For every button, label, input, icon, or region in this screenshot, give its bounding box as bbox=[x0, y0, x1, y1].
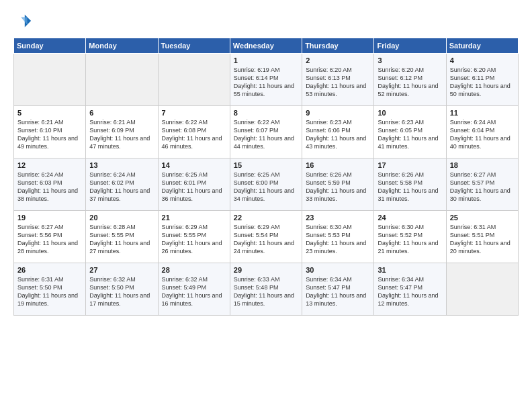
col-saturday: Saturday bbox=[446, 38, 518, 54]
cell-info: Sunrise: 6:20 AMSunset: 6:11 PMDaylight:… bbox=[450, 66, 511, 97]
day-number: 22 bbox=[234, 214, 298, 222]
day-number: 11 bbox=[450, 109, 515, 117]
day-number: 4 bbox=[450, 56, 515, 64]
cell-info: Sunrise: 6:21 AMSunset: 6:10 PMDaylight:… bbox=[17, 119, 78, 150]
col-sunday: Sunday bbox=[14, 38, 86, 54]
calendar-cell: 20Sunrise: 6:28 AMSunset: 5:55 PMDayligh… bbox=[86, 211, 158, 263]
calendar-week-row: 12Sunrise: 6:24 AMSunset: 6:03 PMDayligh… bbox=[14, 158, 519, 211]
calendar-week-row: 1Sunrise: 6:19 AMSunset: 6:14 PMDaylight… bbox=[14, 54, 519, 106]
cell-info: Sunrise: 6:23 AMSunset: 6:05 PMDaylight:… bbox=[378, 119, 438, 150]
cell-info: Sunrise: 6:30 AMSunset: 5:52 PMDaylight:… bbox=[378, 224, 438, 255]
cell-info: Sunrise: 6:22 AMSunset: 6:07 PMDaylight:… bbox=[234, 119, 294, 150]
cell-info: Sunrise: 6:26 AMSunset: 5:58 PMDaylight:… bbox=[378, 171, 438, 202]
day-number: 1 bbox=[234, 56, 298, 64]
calendar-cell: 5Sunrise: 6:21 AMSunset: 6:10 PMDaylight… bbox=[14, 106, 86, 158]
logo bbox=[13, 12, 35, 31]
cell-info: Sunrise: 6:28 AMSunset: 5:55 PMDaylight:… bbox=[89, 224, 150, 255]
calendar-cell: 31Sunrise: 6:34 AMSunset: 5:47 PMDayligh… bbox=[374, 263, 446, 316]
cell-info: Sunrise: 6:22 AMSunset: 6:08 PMDaylight:… bbox=[162, 119, 222, 150]
header-row: Sunday Monday Tuesday Wednesday Thursday… bbox=[14, 38, 519, 54]
calendar-cell: 26Sunrise: 6:31 AMSunset: 5:50 PMDayligh… bbox=[14, 263, 86, 316]
day-number: 27 bbox=[89, 266, 154, 274]
day-number: 12 bbox=[17, 161, 82, 169]
day-number: 18 bbox=[450, 161, 515, 169]
day-number: 3 bbox=[378, 56, 442, 64]
day-number: 13 bbox=[89, 161, 154, 169]
calendar-cell: 29Sunrise: 6:33 AMSunset: 5:48 PMDayligh… bbox=[230, 263, 302, 316]
cell-info: Sunrise: 6:29 AMSunset: 5:55 PMDaylight:… bbox=[162, 224, 222, 255]
calendar-cell: 17Sunrise: 6:26 AMSunset: 5:58 PMDayligh… bbox=[374, 158, 446, 211]
day-number: 10 bbox=[378, 109, 442, 117]
col-monday: Monday bbox=[86, 38, 158, 54]
day-number: 14 bbox=[162, 161, 226, 169]
day-number: 16 bbox=[306, 161, 370, 169]
calendar-body: 1Sunrise: 6:19 AMSunset: 6:14 PMDaylight… bbox=[14, 54, 519, 316]
col-wednesday: Wednesday bbox=[230, 38, 302, 54]
col-tuesday: Tuesday bbox=[158, 38, 230, 54]
calendar-cell: 8Sunrise: 6:22 AMSunset: 6:07 PMDaylight… bbox=[230, 106, 302, 158]
day-number: 23 bbox=[306, 214, 370, 222]
day-number: 24 bbox=[378, 214, 442, 222]
cell-info: Sunrise: 6:30 AMSunset: 5:53 PMDaylight:… bbox=[306, 224, 366, 255]
calendar-cell: 11Sunrise: 6:24 AMSunset: 6:04 PMDayligh… bbox=[446, 106, 518, 158]
calendar-cell: 6Sunrise: 6:21 AMSunset: 6:09 PMDaylight… bbox=[86, 106, 158, 158]
day-number: 21 bbox=[162, 214, 226, 222]
col-thursday: Thursday bbox=[302, 38, 374, 54]
calendar-cell: 3Sunrise: 6:20 AMSunset: 6:12 PMDaylight… bbox=[374, 54, 446, 106]
calendar-header: Sunday Monday Tuesday Wednesday Thursday… bbox=[14, 38, 519, 54]
cell-info: Sunrise: 6:33 AMSunset: 5:48 PMDaylight:… bbox=[234, 276, 294, 307]
cell-info: Sunrise: 6:31 AMSunset: 5:51 PMDaylight:… bbox=[450, 224, 511, 255]
cell-info: Sunrise: 6:29 AMSunset: 5:54 PMDaylight:… bbox=[234, 224, 294, 255]
day-number: 15 bbox=[234, 161, 298, 169]
cell-info: Sunrise: 6:26 AMSunset: 5:59 PMDaylight:… bbox=[306, 171, 366, 202]
day-number: 26 bbox=[17, 266, 82, 274]
svg-marker-1 bbox=[21, 17, 27, 24]
calendar-cell: 9Sunrise: 6:23 AMSunset: 6:06 PMDaylight… bbox=[302, 106, 374, 158]
cell-info: Sunrise: 6:32 AMSunset: 5:50 PMDaylight:… bbox=[89, 276, 150, 307]
calendar-cell: 15Sunrise: 6:25 AMSunset: 6:00 PMDayligh… bbox=[230, 158, 302, 211]
calendar-cell bbox=[14, 54, 86, 106]
day-number: 8 bbox=[234, 109, 298, 117]
day-number: 29 bbox=[234, 266, 298, 274]
cell-info: Sunrise: 6:34 AMSunset: 5:47 PMDaylight:… bbox=[306, 276, 366, 307]
cell-info: Sunrise: 6:23 AMSunset: 6:06 PMDaylight:… bbox=[306, 119, 366, 150]
cell-info: Sunrise: 6:24 AMSunset: 6:03 PMDaylight:… bbox=[17, 171, 78, 202]
day-number: 7 bbox=[162, 109, 226, 117]
day-number: 6 bbox=[89, 109, 154, 117]
cell-info: Sunrise: 6:34 AMSunset: 5:47 PMDaylight:… bbox=[378, 276, 438, 307]
cell-info: Sunrise: 6:19 AMSunset: 6:14 PMDaylight:… bbox=[234, 66, 294, 97]
day-number: 5 bbox=[17, 109, 82, 117]
cell-info: Sunrise: 6:20 AMSunset: 6:13 PMDaylight:… bbox=[306, 66, 366, 97]
calendar-cell: 4Sunrise: 6:20 AMSunset: 6:11 PMDaylight… bbox=[446, 54, 518, 106]
calendar-cell: 30Sunrise: 6:34 AMSunset: 5:47 PMDayligh… bbox=[302, 263, 374, 316]
calendar-cell: 28Sunrise: 6:32 AMSunset: 5:49 PMDayligh… bbox=[158, 263, 230, 316]
calendar-cell: 7Sunrise: 6:22 AMSunset: 6:08 PMDaylight… bbox=[158, 106, 230, 158]
day-number: 17 bbox=[378, 161, 442, 169]
calendar-cell: 1Sunrise: 6:19 AMSunset: 6:14 PMDaylight… bbox=[230, 54, 302, 106]
col-friday: Friday bbox=[374, 38, 446, 54]
calendar-week-row: 26Sunrise: 6:31 AMSunset: 5:50 PMDayligh… bbox=[14, 263, 519, 316]
cell-info: Sunrise: 6:25 AMSunset: 6:00 PMDaylight:… bbox=[234, 171, 294, 202]
calendar-cell: 25Sunrise: 6:31 AMSunset: 5:51 PMDayligh… bbox=[446, 211, 518, 263]
calendar-cell: 18Sunrise: 6:27 AMSunset: 5:57 PMDayligh… bbox=[446, 158, 518, 211]
day-number: 30 bbox=[306, 266, 370, 274]
calendar-cell: 10Sunrise: 6:23 AMSunset: 6:05 PMDayligh… bbox=[374, 106, 446, 158]
calendar-cell: 27Sunrise: 6:32 AMSunset: 5:50 PMDayligh… bbox=[86, 263, 158, 316]
calendar-cell: 14Sunrise: 6:25 AMSunset: 6:01 PMDayligh… bbox=[158, 158, 230, 211]
calendar-table: Sunday Monday Tuesday Wednesday Thursday… bbox=[13, 38, 519, 316]
header bbox=[13, 12, 519, 31]
calendar-cell: 24Sunrise: 6:30 AMSunset: 5:52 PMDayligh… bbox=[374, 211, 446, 263]
day-number: 31 bbox=[378, 266, 442, 274]
calendar-cell bbox=[86, 54, 158, 106]
calendar-cell bbox=[158, 54, 230, 106]
calendar-cell: 23Sunrise: 6:30 AMSunset: 5:53 PMDayligh… bbox=[302, 211, 374, 263]
calendar-cell: 21Sunrise: 6:29 AMSunset: 5:55 PMDayligh… bbox=[158, 211, 230, 263]
day-number: 20 bbox=[89, 214, 154, 222]
calendar-cell: 12Sunrise: 6:24 AMSunset: 6:03 PMDayligh… bbox=[14, 158, 86, 211]
cell-info: Sunrise: 6:20 AMSunset: 6:12 PMDaylight:… bbox=[378, 66, 438, 97]
day-number: 28 bbox=[162, 266, 226, 274]
calendar-page: Sunday Monday Tuesday Wednesday Thursday… bbox=[0, 0, 532, 411]
logo-icon bbox=[13, 12, 32, 31]
cell-info: Sunrise: 6:24 AMSunset: 6:02 PMDaylight:… bbox=[89, 171, 150, 202]
calendar-week-row: 19Sunrise: 6:27 AMSunset: 5:56 PMDayligh… bbox=[14, 211, 519, 263]
